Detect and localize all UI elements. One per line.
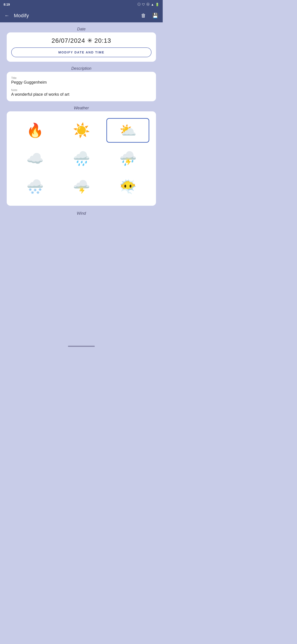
weather-item-sunny[interactable]: ☀️ xyxy=(60,118,103,143)
main-content: Date 26/07/2024 ✳ 20:13 MODIFY DATE AND … xyxy=(0,22,163,344)
weather-item-cloudy[interactable]: ☁️ xyxy=(13,146,56,171)
wind-section-label: Wind xyxy=(7,211,156,216)
a-icon: Ⓐ xyxy=(146,2,150,6)
weather-item-rainy[interactable]: 🌧️ xyxy=(60,146,103,171)
weather-item-fire[interactable]: 🔥 xyxy=(13,118,56,143)
wifi-icon: ▲ xyxy=(151,3,154,6)
info-icon: ⓘ xyxy=(137,2,141,6)
page-title: Modify xyxy=(14,13,137,18)
description-section: Description Title Peggy Guggenheim Note … xyxy=(7,66,156,101)
snowy-icon: 🌨️ xyxy=(26,180,43,194)
title-value[interactable]: Peggy Guggenheim xyxy=(11,80,152,85)
weather-section-label: Weather xyxy=(7,106,156,110)
weather-item-partly-cloudy[interactable]: ⛅ xyxy=(106,118,149,143)
shield-icon: 🛡 xyxy=(142,3,145,6)
home-indicator-bar xyxy=(68,346,95,347)
description-section-label: Description xyxy=(7,66,156,71)
modify-date-time-button[interactable]: MODIFY DATE AND TIME xyxy=(11,48,152,57)
status-icons: ⓘ 🛡 Ⓐ ▲ 🔋 xyxy=(137,2,159,6)
weather-item-snowy[interactable]: 🌨️ xyxy=(13,174,56,199)
battery-icon: 🔋 xyxy=(155,3,159,6)
back-button[interactable]: ← xyxy=(3,12,11,20)
sunny-icon: ☀️ xyxy=(73,124,90,137)
description-card: Title Peggy Guggenheim Note A wonderful … xyxy=(7,72,156,101)
status-bar: 8:19 ⓘ 🛡 Ⓐ ▲ 🔋 xyxy=(0,0,163,9)
date-display: 26/07/2024 ✳ 20:13 xyxy=(11,37,152,44)
delete-button[interactable]: 🗑 xyxy=(139,12,148,20)
app-bar: ← Modify 🗑 💾 xyxy=(0,9,163,22)
windy-icon: 😶‍🌫️ xyxy=(119,180,137,194)
weather-section: Weather 🔥☀️⛅☁️🌧️⛈️🌨️🌩️😶‍🌫️ xyxy=(7,106,156,206)
storm-icon: 🌩️ xyxy=(73,180,90,194)
cloudy-icon: ☁️ xyxy=(26,152,43,166)
home-indicator xyxy=(0,344,163,349)
date-section: Date 26/07/2024 ✳ 20:13 MODIFY DATE AND … xyxy=(7,27,156,62)
note-label: Note xyxy=(11,88,152,92)
date-section-label: Date xyxy=(7,27,156,32)
fire-icon: 🔥 xyxy=(26,124,43,137)
status-time: 8:19 xyxy=(3,3,10,6)
note-value[interactable]: A wonderful place of works of art xyxy=(11,92,152,97)
weather-item-thunderstorm[interactable]: ⛈️ xyxy=(106,146,149,171)
weather-card: 🔥☀️⛅☁️🌧️⛈️🌨️🌩️😶‍🌫️ xyxy=(7,111,156,206)
rainy-icon: 🌧️ xyxy=(73,152,90,166)
date-card: 26/07/2024 ✳ 20:13 MODIFY DATE AND TIME xyxy=(7,32,156,62)
title-label: Title xyxy=(11,76,152,80)
save-button[interactable]: 💾 xyxy=(150,12,160,20)
thunderstorm-icon: ⛈️ xyxy=(119,152,137,166)
weather-grid: 🔥☀️⛅☁️🌧️⛈️🌨️🌩️😶‍🌫️ xyxy=(11,116,152,201)
weather-item-windy[interactable]: 😶‍🌫️ xyxy=(106,174,149,199)
weather-item-storm[interactable]: 🌩️ xyxy=(60,174,103,199)
partly-cloudy-icon: ⛅ xyxy=(119,124,137,137)
